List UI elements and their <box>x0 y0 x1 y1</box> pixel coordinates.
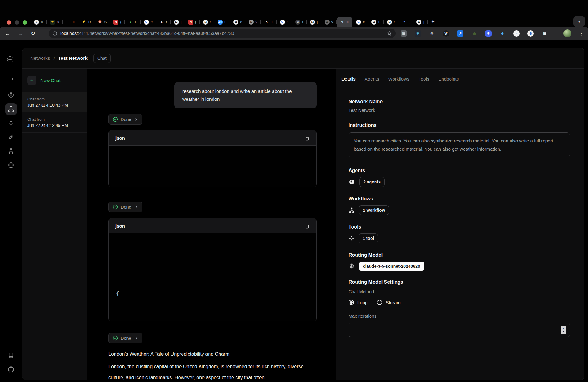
extension-icon[interactable]: ❄ <box>485 30 492 37</box>
extension-icon[interactable]: ◎ <box>429 30 435 37</box>
tab-title: c <box>363 20 365 24</box>
browser-tab[interactable]: N ( <box>110 17 125 27</box>
browser-tab[interactable]: Ω F <box>368 17 384 27</box>
extension-icon[interactable]: ◆ <box>499 30 506 37</box>
site-info-icon[interactable] <box>52 31 57 36</box>
tools-count-badge[interactable]: 1 tool <box>359 233 378 243</box>
browser-tab[interactable]: ● ( <box>398 17 413 27</box>
browser-tab[interactable]: Ω [ <box>413 17 428 27</box>
tab-title: r <box>394 20 395 24</box>
agents-count-badge[interactable]: 2 agents <box>359 177 385 187</box>
user-message-bubble: research about london and write an artic… <box>174 82 317 108</box>
browser-tab[interactable]: X T <box>261 17 276 27</box>
browser-tab[interactable]: Ω [ <box>171 17 185 27</box>
browser-tab[interactable]: ♉ S <box>94 17 110 27</box>
runtime-context-globe-icon[interactable] <box>8 162 14 168</box>
minimize-window-button[interactable] <box>15 20 19 25</box>
routing-model-badge[interactable]: claude-3-5-sonnet-20240620 <box>359 262 424 271</box>
new-chat-button[interactable]: + New Chat <box>22 69 87 92</box>
extension-icon[interactable]: ⊙ <box>527 30 534 37</box>
tab-title: r <box>166 20 167 24</box>
browser-tab[interactable]: Ω v <box>321 17 337 27</box>
browser-tab[interactable]: Ω [ <box>307 17 321 27</box>
copy-code-button[interactable] <box>304 223 310 229</box>
chat-method-option[interactable]: Stream <box>377 300 400 305</box>
tab-favicon: Ω <box>233 20 238 25</box>
step-status-done[interactable]: Done <box>108 114 142 125</box>
step-status-done[interactable]: Done <box>108 202 142 212</box>
browser-tab[interactable]: Ω v <box>245 17 261 27</box>
reload-button[interactable]: ↻ <box>31 30 35 37</box>
breadcrumb-networks[interactable]: Networks <box>30 55 50 61</box>
stepper-up-icon: ▲ <box>563 327 565 330</box>
panel-tab[interactable]: Workflows <box>388 69 409 89</box>
instructions-label: Instructions <box>349 123 570 128</box>
zoom-window-button[interactable] <box>23 20 27 25</box>
chat-history-item[interactable]: Chat from Jun 27 at 4:12:49 PM <box>22 112 87 133</box>
panel-tab[interactable]: Agents <box>365 69 379 89</box>
tab-title: c <box>240 20 242 24</box>
browser-tab[interactable]: G g <box>277 17 292 27</box>
browser-tab[interactable]: ⚡ N <box>47 17 63 27</box>
radio-icon[interactable] <box>349 300 354 305</box>
browser-tab[interactable]: zm F <box>214 17 230 27</box>
workflows-nav-icon[interactable] <box>8 148 14 154</box>
extension-icon[interactable]: ılı <box>471 30 477 37</box>
browser-tab[interactable]: G c <box>353 17 368 27</box>
browser-tab[interactable]: Ω r <box>200 17 214 27</box>
browser-tab[interactable]: N ( <box>185 17 200 27</box>
workflows-count-badge[interactable]: 1 workflow <box>359 205 389 215</box>
panel-tab[interactable]: Details <box>341 69 356 89</box>
radio-icon[interactable] <box>377 300 382 305</box>
networks-nav-icon-active[interactable] <box>5 103 17 115</box>
browser-tab[interactable]: ⚡ D <box>78 17 94 27</box>
forward-button[interactable]: → <box>18 30 23 37</box>
browser-tab[interactable]: S F <box>125 17 140 27</box>
extension-icon[interactable]: ⚛ <box>415 30 421 37</box>
tab-search-button[interactable]: ∨ <box>573 16 585 27</box>
browser-menu-icon[interactable]: ⋮ <box>579 31 584 36</box>
github-icon[interactable] <box>8 366 14 373</box>
browser-tab[interactable]: Ω r <box>384 17 398 27</box>
chat-history-item[interactable]: Chat from Jun 27 at 4:10:43 PM <box>22 92 87 112</box>
extension-icon[interactable]: ▣ <box>401 30 407 37</box>
new-tab-button[interactable]: + <box>428 17 438 27</box>
docs-book-icon[interactable] <box>8 352 14 359</box>
tab-favicon: ▲ <box>159 20 164 25</box>
address-bar[interactable]: localhost:4111/networks/v-next/test-netw… <box>49 29 396 38</box>
step-status-done[interactable]: Done <box>108 333 142 343</box>
max-iterations-input[interactable]: ▲ ▼ <box>349 323 570 337</box>
browser-tab[interactable]: Ω c <box>230 17 245 27</box>
profile-avatar[interactable] <box>564 29 571 37</box>
extension-icon[interactable]: W <box>443 30 449 37</box>
article-title: London's Weather: A Tale of Unpredictabi… <box>108 350 317 358</box>
collapse-sidebar-icon[interactable] <box>8 76 14 82</box>
copy-code-button[interactable] <box>304 135 310 141</box>
browser-tab[interactable]: G c <box>141 17 156 27</box>
browser-tab[interactable]: Ii <box>63 17 78 27</box>
tab-close-icon[interactable]: × <box>346 20 349 24</box>
plus-icon: + <box>27 76 36 85</box>
tools-nav-icon[interactable] <box>8 120 14 127</box>
agents-nav-icon[interactable] <box>8 92 14 98</box>
extension-icon[interactable]: ≈ <box>513 30 520 37</box>
number-stepper[interactable]: ▲ ▼ <box>561 326 566 334</box>
close-window-button[interactable] <box>7 20 11 25</box>
active-browser-tab[interactable]: N × <box>337 17 352 27</box>
chat-method-option[interactable]: Loop <box>349 300 368 305</box>
browser-tab[interactable]: ⊕ r <box>292 17 307 27</box>
browser-tab[interactable]: ▲ r <box>156 17 171 27</box>
panel-tab[interactable]: Tools <box>418 69 429 89</box>
mastra-logo[interactable] <box>7 56 13 63</box>
chat-badge: Chat <box>93 54 111 63</box>
mcp-servers-nav-icon[interactable] <box>8 134 14 140</box>
extension-icon[interactable]: ▤ <box>541 30 548 37</box>
browser-tab[interactable]: V V <box>31 17 47 27</box>
bookmark-star-icon[interactable] <box>387 31 392 36</box>
panel-tab[interactable]: Endpoints <box>439 69 459 89</box>
tab-title: N <box>57 20 59 24</box>
back-button[interactable]: ← <box>5 30 10 37</box>
extension-icon[interactable]: ↗ <box>457 30 463 37</box>
browser-toolbar: ← → ↻ localhost:4111/networks/v-next/tes… <box>0 27 588 40</box>
tab-title: v <box>331 20 333 24</box>
